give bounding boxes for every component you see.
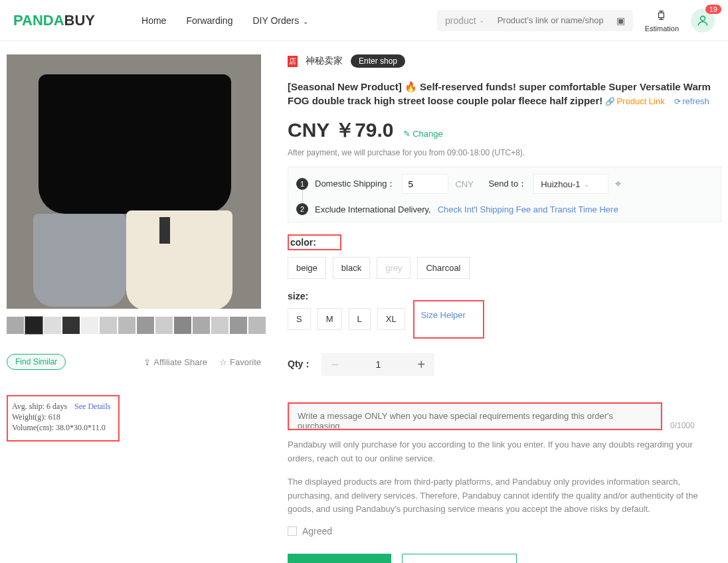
color-option-charcoal[interactable]: Charcoal bbox=[417, 257, 469, 279]
thumbnail[interactable] bbox=[155, 317, 173, 334]
star-icon: ☆ bbox=[219, 357, 227, 367]
shipping-info-box: Avg. ship: 6 days See Details Weight(g):… bbox=[7, 395, 120, 442]
estimation-button[interactable]: ⧮ Estimation bbox=[645, 8, 679, 33]
chevron-down-icon: ⌄ bbox=[479, 17, 484, 24]
estimation-label: Estimation bbox=[645, 25, 679, 33]
thumbnail[interactable] bbox=[193, 317, 210, 334]
thumbnail[interactable] bbox=[230, 317, 247, 334]
product-link[interactable]: Product Link bbox=[616, 96, 664, 106]
color-label: color: bbox=[290, 237, 316, 248]
price-value: CNY ￥79.0 bbox=[288, 117, 394, 144]
location-icon[interactable]: ⌖ bbox=[615, 178, 621, 190]
qty-increase-button[interactable]: + bbox=[408, 353, 434, 376]
favorite-label: Favorite bbox=[230, 357, 261, 367]
affiliate-label: Affiliate Share bbox=[153, 357, 207, 367]
nav-diy-label: DIY Orders bbox=[252, 15, 299, 26]
search-input[interactable] bbox=[492, 10, 608, 31]
size-helper-link[interactable]: Size Helper bbox=[421, 310, 466, 320]
affiliate-share-button[interactable]: ⇪ Affiliate Share bbox=[143, 357, 207, 367]
color-option-black[interactable]: black bbox=[333, 257, 370, 279]
search-box: product ⌄ ▣ bbox=[437, 10, 633, 31]
size-option-m[interactable]: M bbox=[318, 308, 342, 330]
domestic-label: Domestic Shipping： bbox=[315, 178, 395, 190]
message-textarea[interactable] bbox=[289, 404, 661, 429]
add-to-cart-button[interactable]: Add To Cart bbox=[402, 554, 516, 563]
nav-home[interactable]: Home bbox=[141, 15, 166, 26]
change-link[interactable]: ✎ Change bbox=[403, 129, 443, 139]
thumbnail[interactable] bbox=[44, 317, 61, 334]
main: Find Similar ⇪ Affiliate Share ☆ Favorit… bbox=[0, 41, 728, 563]
color-option-beige[interactable]: beige bbox=[288, 257, 326, 279]
agree-checkbox[interactable] bbox=[288, 526, 297, 536]
buy-now-button[interactable]: Buy Now bbox=[288, 554, 391, 563]
color-option-grey: grey bbox=[377, 257, 410, 279]
nav-forwarding[interactable]: Forwarding bbox=[186, 15, 232, 26]
camera-icon[interactable]: ▣ bbox=[608, 10, 633, 31]
shipping-fee-input[interactable] bbox=[402, 174, 448, 194]
amount: 79.0 bbox=[355, 119, 393, 141]
shop-row: 店 神秘卖家 Enter shop bbox=[288, 54, 721, 68]
sendto-label: Send to： bbox=[488, 178, 527, 190]
avatar-wrap: 19 bbox=[691, 9, 715, 33]
size-options: S M L XL bbox=[288, 308, 405, 330]
thumbnail[interactable] bbox=[25, 317, 43, 334]
size-option-l[interactable]: L bbox=[349, 308, 371, 330]
message-highlight bbox=[288, 402, 662, 430]
link-icon: 🔗 bbox=[605, 97, 615, 106]
left-actions: Find Similar ⇪ Affiliate Share ☆ Favorit… bbox=[7, 354, 261, 370]
search-type-select[interactable]: product ⌄ bbox=[437, 10, 492, 31]
logo[interactable]: PANDABUY bbox=[13, 12, 95, 29]
svg-point-0 bbox=[701, 16, 705, 21]
thumbnail[interactable] bbox=[137, 317, 154, 334]
disclaimer-2: The displayed products are from third-pa… bbox=[288, 475, 721, 517]
refresh-icon: ⟳ bbox=[674, 97, 681, 106]
message-row: 0/1000 bbox=[288, 389, 721, 430]
destination-value: Huizhou-1 bbox=[541, 179, 580, 189]
size-option-xl[interactable]: XL bbox=[377, 308, 405, 330]
thumbnail[interactable] bbox=[248, 317, 266, 334]
right-column: 店 神秘卖家 Enter shop [Seasonal New Product]… bbox=[288, 54, 721, 563]
currency: CNY ￥ bbox=[288, 119, 355, 141]
agree-row: Agreed bbox=[288, 526, 721, 536]
product-title: [Seasonal New Product] 🔥 Self-reserved f… bbox=[288, 80, 721, 108]
search-type-label: product bbox=[445, 15, 476, 26]
step-1-badge: 1 bbox=[296, 178, 308, 190]
destination-select[interactable]: Huizhou-1 ⌄ bbox=[533, 174, 608, 194]
shipping-panel: 1 Domestic Shipping： CNY Send to： Huizho… bbox=[288, 167, 721, 222]
logo-panda: PANDA bbox=[13, 12, 64, 29]
step-2-badge: 2 bbox=[296, 203, 308, 215]
thumbnail[interactable] bbox=[62, 317, 80, 334]
thumbnail[interactable] bbox=[7, 317, 24, 334]
thumbnail[interactable] bbox=[211, 317, 228, 334]
nav-diy[interactable]: DIY Orders ⌄ bbox=[252, 15, 308, 26]
thumbnail[interactable] bbox=[81, 317, 98, 334]
domestic-shipping-row: 1 Domestic Shipping： CNY Send to： Huizho… bbox=[296, 174, 713, 194]
thumbnail[interactable] bbox=[100, 317, 117, 334]
message-counter: 0/1000 bbox=[670, 421, 695, 430]
header: PANDABUY Home Forwarding DIY Orders ⌄ pr… bbox=[0, 0, 728, 41]
chevron-down-icon: ⌄ bbox=[303, 18, 308, 25]
enter-shop-button[interactable]: Enter shop bbox=[351, 54, 405, 68]
chevron-down-icon: ⌄ bbox=[584, 181, 589, 188]
color-options: beige black grey Charcoal bbox=[288, 257, 721, 279]
qty-decrease-button[interactable]: − bbox=[321, 353, 348, 376]
disclaimer-1: Pandabuy will only purchase for you acco… bbox=[288, 438, 721, 466]
intl-shipping-link[interactable]: Check Int'l Shipping Fee and Transit Tim… bbox=[438, 204, 618, 214]
find-similar-button[interactable]: Find Similar bbox=[7, 354, 66, 370]
thumbnail[interactable] bbox=[174, 317, 191, 334]
thumbnail[interactable] bbox=[118, 317, 136, 334]
logo-buy: BUY bbox=[64, 12, 95, 29]
color-label-highlight: color: bbox=[288, 234, 341, 250]
refresh-link[interactable]: refresh bbox=[682, 96, 709, 106]
favorite-button[interactable]: ☆ Favorite bbox=[219, 357, 261, 367]
qty-label: Qty： bbox=[288, 359, 312, 370]
weight-label: Weight(g): 618 bbox=[12, 412, 114, 422]
volume-label: Volume(cm): 38.0*30.0*11.0 bbox=[12, 423, 114, 433]
intl-shipping-row: 2 Exclude International Delivery, Check … bbox=[296, 203, 713, 215]
product-image[interactable] bbox=[7, 54, 261, 309]
size-row: S M L XL Size Helper bbox=[288, 308, 721, 339]
qty-stepper: − 1 + bbox=[321, 353, 434, 376]
see-details-link[interactable]: See Details bbox=[74, 402, 110, 411]
size-option-s[interactable]: S bbox=[288, 308, 311, 330]
shop-name: 神秘卖家 bbox=[306, 55, 343, 67]
